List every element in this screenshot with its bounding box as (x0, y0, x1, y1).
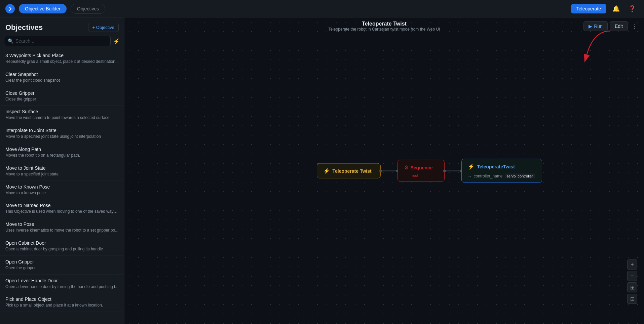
sidebar-title: Objectives (5, 23, 43, 32)
objective-item-title: Open Lever Handle Door (5, 278, 119, 283)
objective-item-desc: Repeatedly grab a small object, place it… (5, 59, 119, 65)
zoom-out-button[interactable]: − (627, 271, 637, 281)
teletwist-param-row: → controller_name servo_controller (468, 174, 535, 178)
objective-list-item[interactable]: Open Lever Handle Door Open a lever hand… (0, 275, 124, 293)
objective-list-item[interactable]: Move to Named Pose This Objective is use… (0, 199, 124, 218)
objective-list-item[interactable]: 3 Waypoints Pick and Place Repeatedly gr… (0, 49, 124, 68)
connector-line-1 (381, 170, 397, 171)
objective-item-title: Move to Joint State (5, 165, 119, 171)
teletwist-node-label: TeleoperateTwist (477, 164, 515, 169)
objective-list-item[interactable]: Interpolate to Joint State Move to a spe… (0, 124, 124, 143)
objective-item-title: Interpolate to Joint State (5, 128, 119, 133)
entry-node[interactable]: ⚡ Teleoperate Twist (317, 163, 381, 178)
connector-1 (381, 170, 397, 171)
objective-item-title: Move Along Path (5, 147, 119, 152)
objective-item-title: Clear Snapshot (5, 72, 119, 77)
search-input-wrapper: 🔍 (4, 36, 111, 46)
canvas-area[interactable]: Teleoperate Twist Teleoperate the robot … (124, 17, 644, 324)
objectives-list: 3 Waypoints Pick and Place Repeatedly gr… (0, 49, 124, 324)
objective-item-title: Open Gripper (5, 259, 119, 265)
objective-builder-nav-btn[interactable]: Objective Builder (19, 4, 67, 13)
objective-list-item[interactable]: Move to Known Pose Move to a known pose (0, 181, 124, 200)
sidebar: Objectives + Objective 🔍 ⚡ 3 Waypoints P… (0, 17, 124, 324)
objective-item-desc: Move to a specified joint state using jo… (5, 134, 119, 139)
objective-item-title: 3 Waypoints Pick and Place (5, 53, 119, 58)
fit-all-button[interactable]: ⊡ (627, 294, 637, 304)
sequence-node-label: Sequence (411, 165, 433, 170)
objective-list-item[interactable]: Open Gripper Open the gripper (0, 256, 124, 275)
teletwist-node[interactable]: ⚡ TeleoperateTwist → controller_name ser… (461, 159, 542, 183)
objective-item-desc: Uses inverse kinematics to move the robo… (5, 228, 119, 233)
nav-logo[interactable] (5, 4, 15, 13)
add-objective-button[interactable]: + Objective (88, 23, 119, 32)
bell-icon: 🔔 (612, 5, 620, 12)
top-nav: Objective Builder Objectives Teleoperate… (0, 0, 644, 17)
search-input[interactable] (15, 38, 107, 44)
objective-item-title: Move to Known Pose (5, 184, 119, 190)
help-icon-btn[interactable]: ❓ (626, 4, 639, 14)
sequence-node-sublabel: root (412, 173, 418, 177)
param-val: servo_controller (505, 174, 535, 178)
objective-list-item[interactable]: Inspect Surface Move the wrist camera to… (0, 106, 124, 124)
objective-item-desc: Moves the robot tip on a rectangular pat… (5, 153, 119, 158)
objective-item-desc: Pick up a small object and place it at a… (5, 302, 119, 308)
teletwist-title-row: ⚡ TeleoperateTwist (468, 163, 536, 170)
entry-node-label: Teleoperate Twist (333, 168, 372, 173)
objective-list-item[interactable]: Move Along Path Moves the robot tip on a… (0, 143, 124, 162)
canvas-actions: ▶ Run Edit ⋮ (583, 21, 639, 31)
objective-list-item[interactable]: Move to Joint State Move to a specified … (0, 162, 124, 181)
filter-icon[interactable]: ⚡ (113, 38, 120, 44)
run-button[interactable]: ▶ Run (583, 21, 608, 31)
nav-right: Teleoperate 🔔 ❓ (571, 4, 639, 14)
param-key: controller_name (474, 174, 503, 178)
help-icon: ❓ (629, 5, 636, 12)
main-layout: Objectives + Objective 🔍 ⚡ 3 Waypoints P… (0, 17, 644, 324)
objective-list-item[interactable]: Open Cabinet Door Open a cabinet door by… (0, 237, 124, 256)
objective-item-desc: Move to a specified joint state (5, 171, 119, 177)
flow-container: ⚡ Teleoperate Twist ⚙ Sequence root (317, 159, 542, 183)
connector-line-2 (445, 170, 461, 171)
objective-list-item[interactable]: Move to Pose Uses inverse kinematics to … (0, 218, 124, 237)
objective-item-title: Open Cabinet Door (5, 240, 119, 246)
teletwist-node-icon: ⚡ (468, 163, 475, 170)
objective-item-desc: This Objective is used when moving to on… (5, 209, 119, 214)
objectives-nav-btn[interactable]: Objectives (71, 4, 105, 14)
objective-list-item[interactable]: Clear Snapshot Clear the point cloud sna… (0, 68, 124, 87)
canvas-subtitle: Teleoperate the robot in Cartesian twist… (329, 27, 440, 32)
connector-2 (445, 170, 461, 171)
more-options-button[interactable]: ⋮ (630, 21, 639, 31)
objective-item-desc: Move to a known pose (5, 190, 119, 196)
objective-item-desc: Clear the point cloud snapshot (5, 78, 119, 83)
objective-item-desc: Open the gripper (5, 265, 119, 271)
fit-width-button[interactable]: ⊞ (627, 282, 637, 292)
canvas-title: Teleoperate Twist (329, 21, 440, 27)
objective-item-desc: Close the gripper (5, 96, 119, 102)
objective-item-title: Inspect Surface (5, 109, 119, 114)
zoom-in-button[interactable]: + (627, 259, 637, 270)
param-arrow: → (468, 174, 472, 178)
sidebar-header: Objectives + Objective (0, 17, 124, 36)
sequence-node[interactable]: ⚙ Sequence root (397, 160, 445, 182)
objective-item-desc: Open a lever handle door by turning the … (5, 284, 119, 290)
sequence-node-icon: ⚙ (404, 164, 409, 171)
objective-item-title: Pick and Place Object (5, 296, 119, 302)
sequence-title-row: ⚙ Sequence (404, 164, 433, 171)
objective-item-title: Close Gripper (5, 90, 119, 96)
edit-button[interactable]: Edit (610, 21, 628, 31)
zoom-controls: + − ⊞ ⊡ (627, 259, 637, 304)
canvas-topbar: Teleoperate Twist Teleoperate the robot … (124, 17, 644, 35)
objective-list-item[interactable]: Pick and Place Object Pick up a small ob… (0, 293, 124, 312)
objective-item-desc: Move the wrist camera to point towards a… (5, 115, 119, 121)
objective-item-title: Move to Named Pose (5, 203, 119, 208)
teleoperate-nav-btn[interactable]: Teleoperate (571, 4, 606, 13)
objective-item-title: Move to Pose (5, 221, 119, 227)
search-bar: 🔍 ⚡ (0, 36, 124, 49)
canvas-title-block: Teleoperate Twist Teleoperate the robot … (329, 21, 440, 32)
search-icon: 🔍 (8, 38, 13, 44)
play-icon: ▶ (589, 24, 592, 29)
entry-node-icon: ⚡ (323, 168, 330, 174)
objective-item-desc: Open a cabinet door by grasping and pull… (5, 246, 119, 252)
bell-icon-btn[interactable]: 🔔 (610, 4, 622, 14)
objective-list-item[interactable]: Close Gripper Close the gripper (0, 87, 124, 106)
